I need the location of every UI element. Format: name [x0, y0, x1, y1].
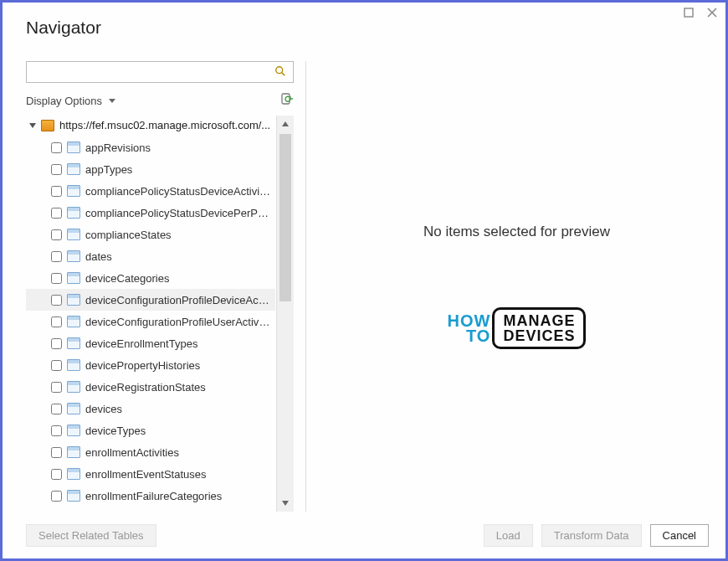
tree-node[interactable]: enrollmentFailureReasons	[26, 507, 275, 512]
table-icon	[67, 425, 80, 436]
tree-node[interactable]: appTypes	[26, 158, 275, 180]
tree-node-checkbox[interactable]	[51, 142, 62, 153]
tree-scrollbar[interactable]	[276, 116, 294, 512]
tree-node[interactable]: deviceConfigurationProfileUserActivities	[26, 311, 275, 332]
table-icon	[67, 359, 80, 371]
scroll-up-icon[interactable]	[277, 116, 294, 132]
tree-node-label: devicePropertyHistories	[85, 359, 200, 372]
search-box[interactable]	[26, 61, 294, 83]
svg-rect-0	[684, 8, 693, 17]
table-icon	[67, 490, 80, 502]
tree-node-label: devices	[85, 403, 122, 415]
tree-node[interactable]: complianceStates	[26, 224, 275, 245]
tree-node[interactable]: appRevisions	[26, 136, 275, 158]
datasource-icon	[41, 120, 54, 131]
tree-node-checkbox[interactable]	[51, 295, 62, 306]
display-options-dropdown[interactable]: Display Options	[26, 95, 115, 107]
load-button[interactable]: Load	[484, 524, 533, 547]
select-related-tables-button[interactable]: Select Related Tables	[26, 524, 156, 547]
tree-node[interactable]: dates	[26, 245, 275, 267]
tree-node-label: deviceEnrollmentTypes	[85, 337, 197, 350]
search-icon[interactable]	[268, 65, 293, 80]
tree-view[interactable]: https://fef.msuc02.manage.microsoft.com/…	[26, 116, 275, 512]
close-icon[interactable]	[707, 8, 717, 20]
table-icon	[67, 381, 80, 393]
table-icon	[67, 229, 80, 240]
tree-node-checkbox[interactable]	[51, 425, 62, 436]
tree-node[interactable]: deviceEnrollmentTypes	[26, 332, 275, 354]
tree-node-label: deviceCategories	[85, 272, 169, 285]
tree-node-checkbox[interactable]	[51, 273, 62, 284]
tree-node-label: dates	[85, 250, 112, 263]
maximize-icon[interactable]	[684, 8, 694, 20]
table-icon	[67, 142, 80, 153]
tree-node-label: deviceRegistrationStates	[85, 381, 206, 394]
tree-node-label: enrollmentActivities	[85, 446, 179, 459]
table-icon	[67, 468, 80, 480]
scrollbar-thumb[interactable]	[279, 134, 291, 301]
tree-node-label: complianceStates	[85, 229, 172, 241]
transform-data-button[interactable]: Transform Data	[541, 524, 642, 547]
svg-line-4	[282, 72, 285, 75]
vertical-divider	[305, 61, 306, 512]
tree-root-node[interactable]: https://fef.msuc02.manage.microsoft.com/…	[26, 116, 275, 135]
cancel-button[interactable]: Cancel	[650, 524, 709, 547]
table-icon	[67, 403, 80, 414]
scrollbar-track[interactable]	[277, 132, 294, 495]
tree-node[interactable]: compliancePolicyStatusDeviceActivities	[26, 180, 275, 202]
tree-node[interactable]: deviceCategories	[26, 267, 275, 289]
tree-node[interactable]: deviceConfigurationProfileDeviceActivi..…	[26, 289, 275, 311]
table-icon	[67, 316, 80, 327]
tree-node-checkbox[interactable]	[51, 208, 62, 219]
tree-node[interactable]: enrollmentFailureCategories	[26, 485, 275, 507]
tree-node-label: deviceConfigurationProfileUserActivities	[85, 316, 272, 328]
tree-node[interactable]: deviceTypes	[26, 419, 275, 441]
svg-point-3	[276, 66, 283, 73]
tree-node-checkbox[interactable]	[51, 469, 62, 480]
tree-node-checkbox[interactable]	[51, 186, 62, 197]
table-icon	[67, 207, 80, 219]
tree-node[interactable]: devices	[26, 398, 275, 419]
tree-node[interactable]: deviceRegistrationStates	[26, 376, 275, 398]
chevron-down-icon	[109, 99, 115, 103]
tree-node-checkbox[interactable]	[51, 317, 62, 327]
table-icon	[67, 272, 80, 284]
preview-pane: No items selected for preview HOW TO MAN…	[318, 61, 715, 512]
tree-node[interactable]: enrollmentActivities	[26, 441, 275, 463]
tree-node-label: deviceTypes	[85, 425, 146, 437]
table-icon	[67, 294, 80, 306]
table-icon	[67, 446, 80, 458]
tree-node-label: compliancePolicyStatusDeviceActivities	[85, 185, 272, 198]
tree-node-label: appRevisions	[85, 142, 151, 154]
table-icon	[67, 337, 80, 349]
tree-node-checkbox[interactable]	[51, 251, 62, 262]
table-icon	[67, 185, 80, 197]
tree-node-checkbox[interactable]	[51, 360, 62, 371]
expander-icon[interactable]	[29, 123, 36, 128]
scroll-down-icon[interactable]	[277, 495, 294, 512]
tree-node[interactable]: enrollmentEventStatuses	[26, 463, 275, 485]
tree-node-label: enrollmentEventStatuses	[85, 468, 207, 481]
tree-node-label: compliancePolicyStatusDevicePerPolic...	[85, 207, 272, 219]
search-input[interactable]	[27, 66, 268, 79]
tree-node-checkbox[interactable]	[51, 447, 62, 458]
tree-node-label: appTypes	[85, 163, 132, 176]
table-icon	[67, 250, 80, 262]
refresh-icon[interactable]	[280, 93, 294, 109]
watermark-logo: HOW TO MANAGE DEVICES	[448, 307, 587, 349]
tree-node-checkbox[interactable]	[51, 382, 62, 393]
tree-node-checkbox[interactable]	[51, 404, 62, 414]
tree-node-label: enrollmentFailureReasons	[85, 512, 213, 512]
tree-node-checkbox[interactable]	[51, 338, 62, 349]
tree-node-label: enrollmentFailureCategories	[85, 490, 222, 502]
tree-node[interactable]: compliancePolicyStatusDevicePerPolic...	[26, 202, 275, 224]
tree-node-checkbox[interactable]	[51, 164, 62, 175]
tree-node[interactable]: devicePropertyHistories	[26, 354, 275, 376]
table-icon	[67, 163, 80, 175]
display-options-label: Display Options	[26, 95, 102, 107]
tree-node-label: deviceConfigurationProfileDeviceActivi..…	[85, 294, 272, 306]
tree-node-checkbox[interactable]	[51, 491, 62, 502]
dialog-title: Navigator	[3, 3, 725, 38]
tree-node-checkbox[interactable]	[51, 229, 62, 240]
preview-message: No items selected for preview	[423, 224, 610, 240]
